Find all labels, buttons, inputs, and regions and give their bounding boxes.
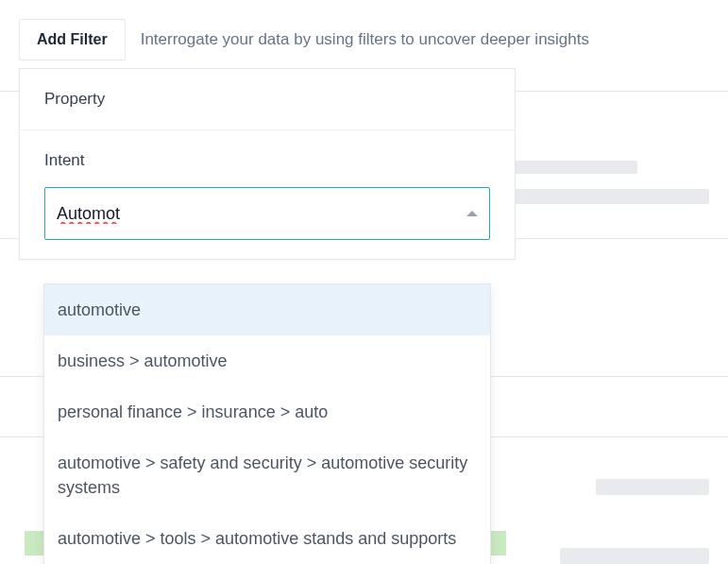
dropdown-item[interactable]: personal finance > insurance > auto [44, 386, 490, 437]
dropdown-item[interactable]: automotive [44, 284, 490, 335]
skeleton-placeholder [501, 161, 637, 174]
intent-search-input[interactable] [57, 204, 466, 224]
add-filter-button[interactable]: Add Filter [19, 19, 126, 60]
dropdown-item[interactable]: automotive > safety and security > autom… [44, 437, 490, 513]
skeleton-placeholder [501, 189, 709, 204]
filter-panel: Property Intent [19, 68, 516, 260]
helper-text: Interrogate your data by using filters t… [141, 30, 589, 49]
intent-combo [20, 187, 515, 259]
property-section-label[interactable]: Property [20, 69, 515, 130]
intent-search-wrap[interactable] [44, 187, 490, 240]
intent-dropdown: automotive business > automotive persona… [43, 283, 491, 564]
intent-section-label: Intent [20, 130, 515, 187]
skeleton-placeholder [560, 548, 709, 564]
skeleton-placeholder [596, 479, 709, 495]
intent-dropdown-list[interactable]: automotive business > automotive persona… [44, 284, 490, 564]
dropdown-item[interactable]: business > automotive [44, 335, 490, 386]
dropdown-arrow-icon[interactable] [466, 211, 478, 216]
dropdown-item[interactable]: automotive > tools > automotive stands a… [44, 513, 490, 564]
